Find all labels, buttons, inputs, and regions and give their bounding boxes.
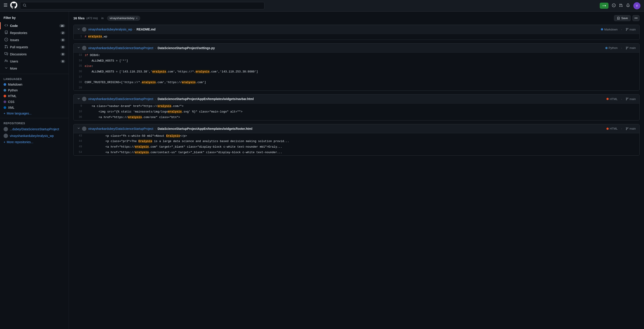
discussions-badge: 0 bbox=[61, 53, 65, 56]
code-line: 35else: bbox=[74, 64, 639, 69]
header: owner:vinayshankardubey eralysis + ▾ V bbox=[0, 0, 644, 12]
lang-item-python[interactable]: Python bbox=[0, 87, 69, 93]
collapse-button[interactable] bbox=[77, 97, 80, 101]
issues-icon[interactable] bbox=[612, 4, 616, 8]
lang-badge: Markdown bbox=[601, 28, 618, 31]
card-repo-avatar bbox=[82, 46, 86, 50]
hamburger-icon[interactable] bbox=[4, 3, 8, 8]
sidebar-item-issues[interactable]: Issues 0 bbox=[0, 36, 69, 44]
code-text-span: <p class="pr3">The bbox=[85, 140, 138, 143]
css-dot bbox=[4, 100, 6, 103]
line-content: <a href="https://eralysis.com" target="_… bbox=[85, 144, 639, 150]
users-icon bbox=[4, 59, 8, 64]
sidebar-item-pullrequests[interactable]: Pull requests 0 bbox=[0, 44, 69, 51]
line-content: if DEBUG: bbox=[85, 53, 639, 58]
code-text-span: .com'] bbox=[196, 81, 206, 84]
card-header-card1: vinayshankardubey/eralysis_wp · README.m… bbox=[74, 25, 639, 34]
lang-item-html[interactable]: HTML bbox=[0, 93, 69, 99]
line-number: 37 bbox=[74, 75, 85, 80]
keyword-span: # bbox=[85, 35, 88, 38]
notifications-icon[interactable] bbox=[626, 4, 630, 8]
code-text-span: .com','https://*. bbox=[166, 70, 196, 73]
xml-dot bbox=[4, 106, 6, 109]
github-logo[interactable] bbox=[10, 2, 17, 10]
lang-name: Python bbox=[609, 46, 618, 50]
line-content: <img src="{% static 'mainassets/img/logo… bbox=[85, 109, 639, 115]
main-content: 16 files (472 ms) in vinayshankardubey ×… bbox=[69, 12, 644, 329]
filter-chip-label: vinayshankardubey bbox=[110, 16, 134, 20]
card-header-card2: vinayshankardubey/DataScienceStartupProj… bbox=[74, 44, 639, 53]
results-ms: (472 ms) bbox=[86, 16, 98, 20]
code-line: 49 <a href="https://eralysis.com" target… bbox=[74, 144, 639, 150]
repositories-section-title: Repositories bbox=[0, 120, 69, 126]
card-repo-avatar bbox=[82, 97, 86, 101]
code-line: 9 <a class="navbar-brand" href="https://… bbox=[74, 104, 639, 109]
sidebar-item-repositories[interactable]: Repositories 2 bbox=[0, 29, 69, 36]
more-repositories-button[interactable]: + More repositories... bbox=[0, 139, 69, 145]
lang-badge: HTML bbox=[606, 97, 618, 101]
code-line: 54 <a href="https://eralysis.com/contact… bbox=[74, 150, 639, 156]
code-text-span: DEBUG: bbox=[90, 54, 100, 57]
sidebar-item-users[interactable]: Users 0 bbox=[0, 58, 69, 65]
more-options-button[interactable]: ••• bbox=[632, 15, 640, 21]
line-content: <a class="navbar-brand" href="https://er… bbox=[85, 104, 639, 109]
card-file-path[interactable]: vinayshankardubey/DataScienceStartupProj… bbox=[88, 97, 254, 101]
code-text-span: <img src="{% static 'mainassets/img/logo bbox=[85, 110, 168, 113]
highlight-span: eralysis bbox=[142, 81, 156, 84]
issues-badge: 0 bbox=[61, 38, 65, 42]
lang-item-xml[interactable]: XML bbox=[0, 105, 69, 110]
filter-chip-remove[interactable]: × bbox=[136, 16, 138, 20]
repo-item-1[interactable]: ...dubey/DataScienceStartupProject bbox=[0, 126, 69, 132]
users-badge: 0 bbox=[61, 60, 65, 63]
search-input[interactable]: owner:vinayshankardubey eralysis bbox=[28, 4, 262, 8]
users-label: Users bbox=[10, 60, 59, 63]
more-languages-button[interactable]: + More languages... bbox=[0, 110, 69, 116]
result-card-card2: vinayshankardubey/DataScienceStartupProj… bbox=[73, 43, 640, 91]
code-text-span: .com','https:// bbox=[156, 81, 182, 84]
card-file-path[interactable]: vinayshankardubey/eralysis_wp · README.m… bbox=[88, 28, 156, 31]
code-block-card4: 43 <p class="fh c-white-50 mb2">About Er… bbox=[74, 134, 639, 156]
collapse-button[interactable] bbox=[77, 127, 80, 130]
sidebar-item-code[interactable]: Code 16 bbox=[0, 22, 69, 29]
card-file-path[interactable]: vinayshankardubey/DataScienceStartupProj… bbox=[88, 46, 215, 50]
code-label: Code bbox=[10, 24, 58, 28]
code-line: 44 <p class="pr3">The Eralysis is a larg… bbox=[74, 139, 639, 144]
branch-icon bbox=[626, 28, 629, 31]
collapse-button[interactable] bbox=[77, 28, 80, 31]
lang-badge: Python bbox=[605, 46, 618, 50]
save-label: Save bbox=[621, 16, 628, 20]
save-button[interactable]: Save bbox=[614, 15, 631, 21]
avatar[interactable]: V bbox=[633, 2, 640, 9]
new-button[interactable]: + ▾ bbox=[600, 3, 608, 9]
code-text-span: .com/"> bbox=[171, 104, 184, 108]
main-layout: Filter by Code 16 Repositories 2 Issues … bbox=[0, 12, 644, 329]
plus-icon: + bbox=[4, 112, 5, 115]
keyword-span: if bbox=[85, 54, 90, 57]
card-repo-avatar bbox=[82, 126, 86, 131]
python-dot bbox=[4, 89, 6, 92]
code-text-span: <a href="https:// bbox=[85, 151, 135, 154]
line-number: 33 bbox=[74, 53, 85, 58]
search-bar[interactable]: owner:vinayshankardubey eralysis bbox=[20, 2, 264, 9]
repo-avatar-2 bbox=[4, 134, 8, 138]
sidebar: Filter by Code 16 Repositories 2 Issues … bbox=[0, 12, 69, 329]
collapse-button[interactable] bbox=[77, 46, 80, 50]
code-text-span: <a class="navbar-brand" href="https:// bbox=[85, 104, 158, 108]
highlight-span: eralysis bbox=[158, 104, 171, 108]
html-label: HTML bbox=[8, 94, 16, 98]
code-line: 10 <img src="{% static 'mainassets/img/l… bbox=[74, 109, 639, 115]
line-number: 10 bbox=[74, 109, 85, 114]
lang-dot-indicator bbox=[606, 128, 609, 130]
code-block-card2: 33if DEBUG:34 ALLOWED_HOSTS = ['*']35els… bbox=[74, 53, 639, 90]
lang-item-css[interactable]: CSS bbox=[0, 99, 69, 105]
code-text-span: .com" target="_blank" class="display-blo… bbox=[149, 145, 282, 148]
more-languages-label: More languages... bbox=[7, 112, 32, 115]
lang-item-markdown[interactable]: Markdown bbox=[0, 82, 69, 87]
sidebar-item-more[interactable]: More bbox=[0, 65, 69, 72]
repo-item-2[interactable]: vinayshankardubey/eralysis_wp bbox=[0, 132, 69, 139]
sidebar-item-discussions[interactable]: Discussions 0 bbox=[0, 51, 69, 58]
pullrequest-icon[interactable] bbox=[619, 4, 623, 8]
highlight-span: eralysis bbox=[152, 70, 166, 73]
highlight-span: eralysis bbox=[88, 35, 102, 38]
card-file-path[interactable]: vinayshankardubey/DataScienceStartupProj… bbox=[88, 127, 252, 130]
